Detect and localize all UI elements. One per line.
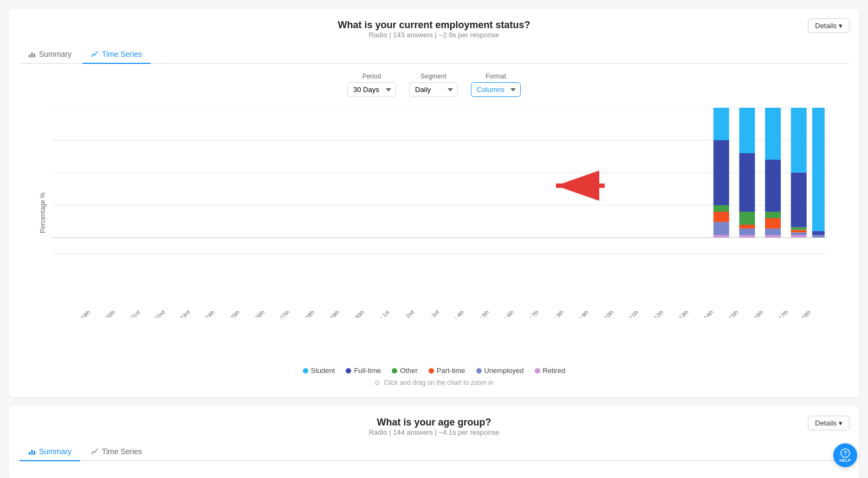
period-select[interactable]: 30 Days 7 Days 90 Days xyxy=(347,82,396,97)
legend-label-parttime: Part-time xyxy=(437,366,465,375)
svg-text:Dec 13th: Dec 13th xyxy=(670,309,689,318)
trend-icon-2 xyxy=(91,448,99,455)
tab-summary-2[interactable]: Summary xyxy=(20,443,80,461)
legend-label-other: Other xyxy=(400,366,418,375)
details-label-2: Details xyxy=(815,419,837,427)
svg-text:Dec 7th: Dec 7th xyxy=(522,309,540,318)
svg-rect-38 xyxy=(812,235,825,238)
x-axis-svg: Nov 19th Nov 20th Nov 21st Nov 22nd Nov … xyxy=(52,274,827,318)
svg-rect-1 xyxy=(31,53,33,57)
svg-text:Nov 22nd: Nov 22nd xyxy=(145,309,166,318)
svg-rect-76 xyxy=(34,451,35,455)
legend-other: Other xyxy=(392,366,418,375)
chart-legend: Student Full-time Other Part-time Unempl… xyxy=(20,366,848,375)
format-control: Format Columns Lines Area xyxy=(471,73,521,97)
svg-text:Dec 14th: Dec 14th xyxy=(695,309,714,318)
svg-text:Dec 18th: Dec 18th xyxy=(792,309,812,318)
svg-text:Dec 3rd: Dec 3rd xyxy=(423,309,441,318)
legend-parttime: Part-time xyxy=(429,366,465,375)
format-select[interactable]: Columns Lines Area xyxy=(471,82,521,97)
details-button-1[interactable]: Details ▾ xyxy=(808,18,850,33)
trend-icon xyxy=(91,50,99,58)
card2-subtitle: Radio | 144 answers | ~4.1s per response xyxy=(20,428,848,436)
svg-rect-30 xyxy=(765,160,781,212)
legend-dot-fulltime xyxy=(346,368,351,374)
svg-text:Dec 16th: Dec 16th xyxy=(744,309,764,318)
svg-rect-21 xyxy=(739,228,755,235)
chart-container[interactable]: 100 75 50 25 0 xyxy=(52,108,827,270)
legend-unemployed: Unemployed xyxy=(476,366,524,375)
tab-timeseries-2[interactable]: Time Series xyxy=(82,443,151,461)
card1-header: What is your current employment status? … xyxy=(20,19,848,39)
svg-text:Nov 30th: Nov 30th xyxy=(346,309,365,318)
svg-rect-14 xyxy=(714,235,729,238)
chart-controls: Period 30 Days 7 Days 90 Days Segment Da… xyxy=(20,73,848,97)
legend-label-fulltime: Full-time xyxy=(354,366,381,375)
svg-rect-34 xyxy=(791,230,807,233)
svg-text:Nov 26th: Nov 26th xyxy=(246,309,265,318)
svg-rect-19 xyxy=(714,108,729,140)
svg-text:Nov 20th: Nov 20th xyxy=(96,309,116,318)
svg-text:Nov 27th: Nov 27th xyxy=(271,309,290,318)
legend-label-student: Student xyxy=(311,366,335,375)
format-label: Format xyxy=(485,73,506,80)
svg-text:Dec 8th: Dec 8th xyxy=(547,309,565,318)
svg-rect-24 xyxy=(739,153,755,212)
segment-select[interactable]: Daily Weekly Monthly xyxy=(409,82,458,97)
svg-rect-39 xyxy=(812,231,825,235)
legend-label-retired: Retired xyxy=(543,366,566,375)
x-axis-container: Nov 19th Nov 20th Nov 21st Nov 22nd Nov … xyxy=(52,274,827,318)
details-arrow-2: ▾ xyxy=(839,419,843,427)
tab-summary-label-1: Summary xyxy=(39,50,72,58)
bar-chart-icon xyxy=(28,50,36,58)
tab-timeseries-label-1: Time Series xyxy=(102,50,142,58)
svg-text:Dec 12th: Dec 12th xyxy=(645,309,664,318)
details-button-2[interactable]: Details ▾ xyxy=(808,416,850,430)
legend-label-unemployed: Unemployed xyxy=(484,366,524,375)
card1-title: What is your current employment status? xyxy=(20,19,848,31)
svg-rect-2 xyxy=(34,54,35,57)
legend-dot-other xyxy=(392,368,397,374)
card1-subtitle: Radio | 143 answers | ~2.9s per response xyxy=(20,31,848,39)
svg-text:Dec 10th: Dec 10th xyxy=(595,309,614,318)
legend-dot-retired xyxy=(535,368,540,374)
legend-retired: Retired xyxy=(535,366,566,375)
card2-tabs: Summary Time Series xyxy=(20,443,848,461)
zoom-hint: ⊙ Click and drag on the chart to zoom in xyxy=(20,379,848,387)
card1-tabs: Summary Time Series xyxy=(20,45,848,64)
legend-fulltime: Full-time xyxy=(346,366,381,375)
svg-text:Nov 28th: Nov 28th xyxy=(296,309,315,318)
employment-status-card: What is your current employment status? … xyxy=(9,9,859,397)
svg-rect-29 xyxy=(765,212,781,218)
tab-timeseries-label-2: Time Series xyxy=(102,447,142,456)
svg-text:Dec 15th: Dec 15th xyxy=(720,309,739,318)
svg-rect-40 xyxy=(812,108,825,231)
svg-text:Dec 2nd: Dec 2nd xyxy=(397,309,415,318)
tab-summary-label-2: Summary xyxy=(39,447,72,456)
tab-summary-1[interactable]: Summary xyxy=(20,45,80,64)
tab-timeseries-1[interactable]: Time Series xyxy=(82,45,151,64)
svg-text:Dec 1st: Dec 1st xyxy=(373,309,391,318)
svg-text:Nov 24th: Nov 24th xyxy=(196,309,216,318)
chart-area: Percentage % 100 75 50 25 0 xyxy=(52,108,827,318)
svg-rect-37 xyxy=(791,108,807,173)
zoom-hint-text: Click and drag on the chart to zoom in xyxy=(384,379,494,387)
svg-text:Nov 25th: Nov 25th xyxy=(221,309,241,318)
help-button[interactable]: ? HELP xyxy=(833,443,857,467)
svg-rect-15 xyxy=(714,222,729,235)
svg-rect-33 xyxy=(791,232,807,235)
svg-rect-16 xyxy=(714,212,729,222)
details-label-1: Details xyxy=(815,22,837,30)
legend-dot-student xyxy=(303,368,308,374)
card2-title: What is your age group? xyxy=(20,417,848,428)
svg-text:Nov 29th: Nov 29th xyxy=(321,309,340,318)
svg-text:?: ? xyxy=(844,450,847,456)
card2-header: What is your age group? Radio | 144 answ… xyxy=(20,417,848,436)
svg-rect-31 xyxy=(765,108,781,160)
svg-rect-28 xyxy=(765,218,781,228)
legend-student: Student xyxy=(303,366,335,375)
legend-dot-unemployed xyxy=(476,368,482,374)
svg-rect-75 xyxy=(31,450,33,455)
svg-rect-23 xyxy=(739,212,755,225)
svg-rect-32 xyxy=(791,235,807,238)
